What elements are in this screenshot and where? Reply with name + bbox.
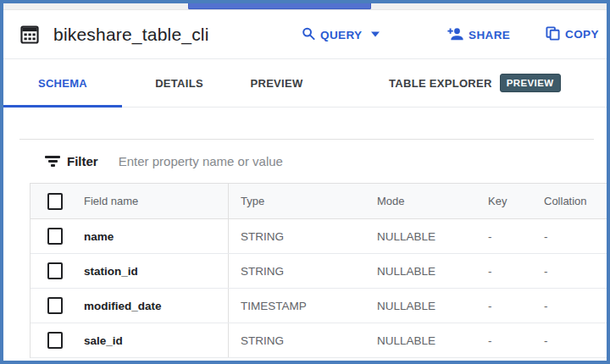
- column-header-field-name: Field name: [73, 184, 228, 218]
- tab-preview-label: PREVIEW: [250, 77, 302, 90]
- row-checkbox[interactable]: [47, 297, 63, 314]
- table-row: station_id STRING NULLABLE - -: [30, 254, 607, 289]
- copy-button-label: COPY: [565, 28, 599, 41]
- bigquery-table-panel: bikeshare_table_cli QUERY SHARE: [0, 0, 610, 364]
- table-row: name STRING NULLABLE - -: [30, 219, 607, 254]
- filter-icon: [45, 156, 60, 167]
- query-button-label: QUERY: [320, 28, 363, 41]
- collation-cell: -: [532, 219, 607, 253]
- tab-details-label: DETAILS: [155, 77, 203, 90]
- collation-cell: -: [532, 289, 607, 323]
- share-button-label: SHARE: [469, 28, 510, 41]
- chevron-down-icon: [371, 32, 380, 37]
- type-cell: TIMESTAMP: [228, 289, 365, 323]
- query-button[interactable]: QUERY: [302, 26, 380, 42]
- collation-cell: -: [532, 254, 607, 288]
- type-cell: STRING: [228, 323, 365, 357]
- table-header-row: Field name Type Mode Key Collation: [30, 184, 607, 219]
- copy-icon: [546, 26, 560, 43]
- row-checkbox[interactable]: [47, 332, 63, 349]
- column-header-mode: Mode: [365, 184, 476, 218]
- filter-label: Filter: [67, 154, 98, 168]
- key-cell: -: [476, 289, 532, 323]
- tab-table-explorer-label: TABLE EXPLORER: [389, 77, 492, 90]
- type-cell: STRING: [228, 254, 365, 288]
- mode-cell: NULLABLE: [365, 219, 476, 253]
- type-cell: STRING: [228, 219, 365, 253]
- mode-cell: NULLABLE: [365, 323, 476, 357]
- field-name-cell: sale_id: [73, 323, 228, 357]
- preview-badge: PREVIEW: [500, 74, 561, 92]
- title-bar: bikeshare_table_cli QUERY SHARE: [3, 10, 607, 59]
- table-grid-icon: [19, 24, 41, 46]
- select-all-checkbox[interactable]: [47, 193, 63, 210]
- copy-button[interactable]: COPY: [546, 26, 599, 43]
- active-tab-indicator: [3, 105, 122, 108]
- top-scroll-indicator: [188, 2, 371, 9]
- column-header-collation: Collation: [532, 184, 607, 218]
- tab-schema-label: SCHEMA: [38, 77, 87, 90]
- column-header-type: Type: [228, 184, 365, 218]
- row-checkbox[interactable]: [47, 262, 63, 279]
- tab-schema[interactable]: SCHEMA: [3, 59, 122, 107]
- filter-input[interactable]: [117, 153, 594, 169]
- tab-table-explorer[interactable]: TABLE EXPLORER PREVIEW: [389, 59, 561, 107]
- tab-preview[interactable]: PREVIEW: [236, 59, 317, 107]
- search-icon: [302, 26, 315, 42]
- spacer: [3, 108, 607, 139]
- filter-bar: Filter: [19, 139, 594, 183]
- row-checkbox[interactable]: [47, 228, 63, 245]
- mode-cell: NULLABLE: [365, 254, 476, 288]
- tab-details[interactable]: DETAILS: [122, 59, 236, 107]
- key-cell: -: [476, 254, 532, 288]
- key-cell: -: [476, 323, 532, 357]
- tab-bar: SCHEMA DETAILS PREVIEW TABLE EXPLORER PR…: [3, 59, 607, 108]
- field-name-cell: modified_date: [73, 289, 228, 323]
- table-row: sale_id STRING NULLABLE - -: [30, 323, 607, 358]
- field-name-cell: name: [73, 219, 228, 253]
- share-button[interactable]: SHARE: [447, 26, 510, 42]
- schema-table: Field name Type Mode Key Collation name …: [30, 183, 607, 358]
- person-add-icon: [447, 26, 463, 42]
- column-header-key: Key: [476, 184, 532, 218]
- key-cell: -: [476, 219, 532, 253]
- mode-cell: NULLABLE: [365, 289, 476, 323]
- table-row: modified_date TIMESTAMP NULLABLE - -: [30, 289, 607, 323]
- collation-cell: -: [532, 323, 607, 357]
- field-name-cell: station_id: [73, 254, 228, 288]
- page-title: bikeshare_table_cli: [53, 25, 209, 45]
